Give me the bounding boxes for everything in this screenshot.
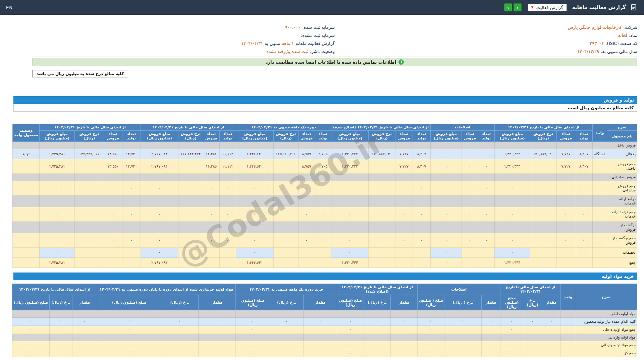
info-value: ۰ bbox=[297, 32, 299, 40]
column-header: از ابتدای سال مالی تا تاریخ ۱۴۰۴/۰۳/۳۱ bbox=[500, 284, 560, 295]
column-header: تعداد تولید bbox=[413, 131, 430, 142]
cell-value bbox=[364, 326, 390, 334]
next-report-button[interactable]: ‹ bbox=[514, 3, 522, 11]
chevron-down-icon: ▼ bbox=[531, 6, 534, 9]
cell-value: ۰ bbox=[478, 159, 494, 174]
cell-value bbox=[444, 341, 481, 349]
cell-value bbox=[462, 142, 478, 149]
cell-value bbox=[161, 326, 198, 334]
cell-value bbox=[74, 222, 104, 233]
table-row: جمع۱,۳۲۰,۴۴۴۰۱,۳۲۰,۴۴۴۱,۴۴۶,۶۴۰۲,۷۶۷,۰۸۴… bbox=[12, 258, 637, 268]
cell-value bbox=[368, 258, 395, 268]
cell-value: ۰ bbox=[575, 233, 593, 248]
cell-value bbox=[298, 222, 315, 233]
cell-value: ۱۱,۱۱۲ bbox=[219, 159, 236, 174]
column-header: مقدار bbox=[390, 295, 417, 310]
cell-value bbox=[500, 310, 523, 318]
company-link[interactable]: کارخانجات لوازم خانگي پارس bbox=[568, 23, 622, 32]
column-header: مقدار bbox=[303, 295, 337, 310]
cell-unit bbox=[561, 310, 575, 318]
company-info-row: کد صنعت (ISIC):۲۹۳۰۰۱ bbox=[335, 40, 637, 48]
cell-value: ۰ bbox=[478, 233, 494, 248]
cell-value bbox=[557, 195, 575, 207]
column-header: اصلاحات bbox=[430, 124, 494, 131]
cell-value: ۰ bbox=[494, 181, 530, 195]
cell-value: ۷,۷۲۷ bbox=[557, 149, 575, 159]
cell-value: ۸,۷۵۹ bbox=[298, 149, 315, 159]
column-header: واحد bbox=[593, 124, 607, 142]
cell-value bbox=[273, 233, 298, 248]
cell-value: ۰ bbox=[462, 207, 478, 222]
cell-value bbox=[575, 222, 593, 233]
cell-desc: برگشت از فروش: bbox=[607, 222, 637, 233]
column-header: مبلغ فروش (میلیون ریال) bbox=[236, 131, 273, 142]
table-row: تخفیفات۰۰۰۰۰۰ bbox=[12, 248, 637, 258]
cell-value bbox=[104, 222, 122, 233]
cell-value: ۱,۴۴۶,۶۴۰ bbox=[236, 258, 273, 268]
raw-materials-table-wrap: شرحواحداز ابتدای سال مالی تا تاریخ ۱۴۰۴/… bbox=[13, 284, 637, 357]
page-title: گزارش فعالیت ماهانه bbox=[572, 4, 626, 10]
report-type-dropdown[interactable]: گزارش فعالیت ▼ bbox=[528, 4, 567, 11]
cell-value: ۱۳,۵۵۰ bbox=[104, 159, 122, 174]
cell-value bbox=[49, 349, 72, 357]
cell-value bbox=[270, 310, 303, 318]
cell-value bbox=[395, 174, 413, 181]
cell-desc: جمع فروش داخلی bbox=[607, 159, 637, 174]
cell-value bbox=[74, 142, 104, 149]
cell-value bbox=[444, 349, 481, 357]
column-header: مبلغ فروش (میلیون ریال) bbox=[494, 131, 530, 142]
cell-unit bbox=[561, 349, 575, 357]
cell-value: ۷,۷۲۷ bbox=[395, 159, 413, 174]
cell-value bbox=[273, 195, 298, 207]
column-header: مقدار bbox=[198, 295, 235, 310]
cell-value bbox=[413, 222, 430, 233]
cell-value bbox=[39, 195, 74, 207]
info-label: منتهی به bbox=[265, 40, 280, 48]
table-row: جمع مواد اولیه داخلی۰۰۰۰۰۰ bbox=[12, 326, 637, 334]
cell-value: ۰ bbox=[236, 181, 273, 195]
cell-value bbox=[203, 174, 219, 181]
cell-value bbox=[368, 248, 395, 258]
info-label: سرمایه ثبت شده: bbox=[302, 23, 335, 32]
cell-value bbox=[530, 142, 557, 149]
cell-value bbox=[331, 174, 368, 181]
cell-value: ۰ bbox=[97, 341, 161, 349]
cell-status: تولید bbox=[12, 149, 39, 159]
cell-value bbox=[270, 334, 303, 341]
cell-value bbox=[557, 174, 575, 181]
table-row: جمع فروش صادراتی۰۰۰۰۰۰۰۰۰۰۰۰۰۰۰۰۰۰ bbox=[12, 181, 637, 195]
cell-value bbox=[462, 258, 478, 268]
prev-report-button[interactable]: › bbox=[504, 3, 512, 11]
cell-value bbox=[523, 341, 542, 349]
cell-unit bbox=[593, 233, 607, 248]
cell-value bbox=[236, 142, 273, 149]
table-row: جمع درآمد ارائه خدمات۰۰۰۰۰۰۰۰۰۰۰۰۰۰۰۰۰۰ bbox=[12, 207, 637, 222]
language-toggle[interactable]: EN bbox=[6, 5, 13, 10]
cell-value: ۰ bbox=[270, 318, 303, 326]
cell-unit bbox=[593, 174, 607, 181]
table-row: کلیه اقلام عمده نیاز تولید محصول۰۰۰۰۰۰۰۰… bbox=[12, 318, 637, 326]
section-production-sales: تولید و فروش کلیه مبالغ به میلیون ریال ا… bbox=[13, 96, 637, 268]
section-header-production-sales: تولید و فروش bbox=[13, 96, 637, 104]
cell-value bbox=[530, 181, 557, 195]
cell-value bbox=[523, 326, 542, 334]
cell-value bbox=[219, 222, 236, 233]
cell-value bbox=[122, 142, 141, 149]
cell-value bbox=[413, 174, 430, 181]
top-navigation-bar: گزارش فعالیت ماهانه گزارش فعالیت ▼ ‹ › E… bbox=[0, 0, 644, 15]
cell-value bbox=[219, 142, 236, 149]
cell-value bbox=[542, 349, 561, 357]
cell-value bbox=[122, 195, 141, 207]
cell-value bbox=[575, 174, 593, 181]
cell-value: ۱۷۰,۸۸۷,۰۲۰ bbox=[530, 149, 557, 159]
cell-value: ۰ bbox=[161, 318, 198, 326]
cell-desc: جمع برگشت از فروش bbox=[607, 233, 637, 248]
cell-value: ۰ bbox=[97, 318, 161, 326]
cell-value: ۰ bbox=[395, 207, 413, 222]
cell-value: ۰ bbox=[97, 349, 161, 357]
cell-value bbox=[161, 349, 198, 357]
cell-status bbox=[12, 207, 39, 222]
cell-value bbox=[444, 334, 481, 341]
cell-desc: جمع bbox=[607, 258, 637, 268]
cell-value bbox=[575, 248, 593, 258]
